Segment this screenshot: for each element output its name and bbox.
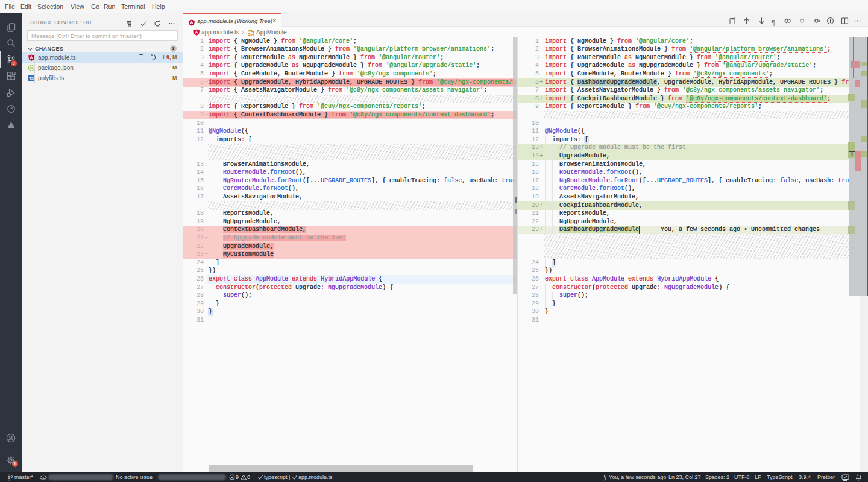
svg-text:TS: TS <box>29 77 34 80</box>
